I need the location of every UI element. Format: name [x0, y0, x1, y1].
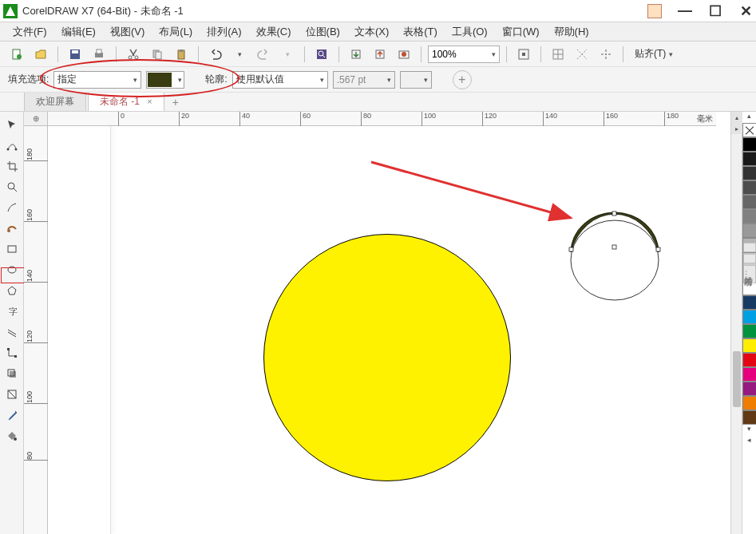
add-preset-button[interactable]: +	[453, 70, 472, 89]
color-swatch[interactable]	[742, 195, 756, 209]
color-swatch[interactable]	[742, 152, 756, 166]
add-tab-button[interactable]: +	[166, 93, 185, 111]
parallel-dim-tool[interactable]	[2, 322, 22, 342]
open-button[interactable]	[30, 44, 51, 65]
export-button[interactable]	[370, 44, 390, 65]
undo-dropdown[interactable]: ▾	[229, 44, 250, 65]
save-button[interactable]	[65, 44, 85, 65]
color-swatch[interactable]	[742, 353, 756, 367]
menu-effects[interactable]: 效果(C)	[251, 23, 296, 41]
color-swatch[interactable]	[742, 180, 756, 195]
menu-tools[interactable]: 工具(O)	[447, 23, 493, 41]
zoom-level-combo[interactable]: ▾	[428, 45, 500, 63]
outline-color-combo[interactable]: ▾	[400, 71, 432, 89]
menu-layout[interactable]: 布局(L)	[154, 23, 197, 41]
color-swatch[interactable]	[742, 396, 756, 410]
new-button[interactable]	[6, 44, 27, 65]
color-swatch[interactable]	[742, 310, 756, 324]
ruler-horizontal[interactable]: 毫米 020406080100120140160180	[48, 112, 716, 126]
shape-tool[interactable]	[2, 136, 22, 155]
eyedropper-tool[interactable]	[2, 405, 22, 425]
ruler-vertical[interactable]: 18016014012010080	[24, 126, 48, 534]
docker-tab[interactable]: 提示	[743, 243, 756, 252]
menu-window[interactable]: 窗口(W)	[497, 23, 544, 41]
palette-down-icon[interactable]: ▾	[742, 425, 756, 436]
undo-button[interactable]	[205, 44, 226, 65]
connector-tool[interactable]	[2, 343, 22, 362]
palette-up-icon[interactable]: ▴	[742, 112, 756, 123]
menu-bitmap[interactable]: 位图(B)	[301, 23, 345, 41]
color-swatch[interactable]	[742, 410, 756, 425]
crop-tool[interactable]	[2, 156, 22, 176]
scrollbar-thumb[interactable]	[733, 351, 741, 407]
rectangle-tool[interactable]	[2, 239, 22, 259]
print-button[interactable]	[89, 44, 109, 65]
scroll-expand-icon[interactable]: ▸	[731, 123, 742, 134]
copy-button[interactable]	[147, 44, 168, 65]
color-swatch[interactable]	[742, 324, 756, 338]
color-swatch[interactable]	[742, 137, 756, 152]
import-button[interactable]	[346, 44, 366, 65]
guides-button[interactable]	[572, 44, 592, 65]
color-swatch[interactable]	[742, 223, 756, 238]
transparency-tool[interactable]	[2, 385, 22, 404]
grid-button[interactable]	[548, 44, 568, 65]
ellipse-tool[interactable]	[2, 260, 22, 279]
no-color-swatch[interactable]	[742, 123, 756, 137]
menu-view[interactable]: 视图(V)	[105, 23, 149, 41]
scrollbar-vertical[interactable]: ▴ ▸	[730, 112, 742, 534]
menu-table[interactable]: 表格(T)	[398, 23, 442, 41]
maximize-button[interactable]: ☐	[708, 4, 722, 18]
redo-dropdown[interactable]: ▾	[277, 44, 298, 65]
minimize-button[interactable]: —	[678, 4, 692, 18]
color-swatch[interactable]	[742, 338, 756, 353]
menu-arrange[interactable]: 排列(A)	[202, 23, 246, 41]
outline-width-combo[interactable]: .567 pt ▾	[333, 71, 395, 89]
ruler-origin[interactable]: ⊕	[24, 112, 48, 126]
redo-button[interactable]	[253, 44, 274, 65]
search-button[interactable]	[311, 44, 332, 65]
text-tool[interactable]: 字	[2, 302, 22, 321]
drawing-canvas[interactable]	[48, 126, 716, 534]
outline-combo[interactable]: 使用默认值 ▾	[232, 71, 328, 89]
tab-document-1[interactable]: 未命名 -1 ×	[88, 92, 164, 111]
outline-label: 轮廓:	[205, 73, 227, 86]
publish-button[interactable]	[394, 44, 414, 65]
scroll-up-icon[interactable]: ▴	[731, 112, 742, 123]
fullscreen-button[interactable]	[513, 44, 534, 65]
snap-icon[interactable]	[596, 44, 616, 65]
cut-button[interactable]	[123, 44, 144, 65]
tab-welcome[interactable]: 欢迎屏幕	[24, 92, 86, 111]
snap-to-combo[interactable]: 贴齐(T) ▾	[630, 47, 678, 61]
yellow-circle-shape[interactable]	[263, 234, 511, 481]
fill-options-combo[interactable]: 指定 ▾	[53, 71, 141, 89]
color-swatch[interactable]	[742, 367, 756, 382]
menu-file[interactable]: 文件(F)	[8, 23, 52, 41]
close-button[interactable]: ✕	[738, 4, 753, 18]
palette-flyout-icon[interactable]: ◂	[742, 436, 756, 447]
color-swatch[interactable]	[742, 382, 756, 396]
color-swatch[interactable]	[742, 166, 756, 180]
menu-text[interactable]: 文本(X)	[350, 23, 394, 41]
freehand-tool[interactable]	[2, 198, 22, 217]
fill-color-combo[interactable]: ▾	[146, 71, 184, 89]
close-tab-icon[interactable]: ×	[147, 97, 152, 106]
polygon-tool[interactable]	[2, 281, 22, 300]
ruler-v-tick: 100	[24, 391, 48, 404]
color-swatch[interactable]	[742, 295, 756, 310]
zoom-tool[interactable]	[2, 177, 22, 196]
user-indicator-icon[interactable]	[647, 4, 662, 18]
menu-help[interactable]: 帮助(H)	[549, 23, 594, 41]
docker-tab[interactable]: 文本属性	[743, 254, 756, 263]
svg-rect-25	[8, 246, 16, 252]
zoom-level-input[interactable]	[432, 49, 480, 60]
docker-tab[interactable]: 经济与希…	[743, 265, 756, 283]
svg-point-1	[17, 54, 22, 59]
paste-button[interactable]	[171, 44, 192, 65]
interactive-fill-tool[interactable]	[2, 426, 22, 445]
menu-edit[interactable]: 编辑(E)	[57, 23, 101, 41]
pick-tool[interactable]	[2, 115, 22, 134]
artistic-media-tool[interactable]	[2, 219, 22, 238]
drop-shadow-tool[interactable]	[2, 364, 22, 383]
color-swatch[interactable]	[742, 209, 756, 223]
